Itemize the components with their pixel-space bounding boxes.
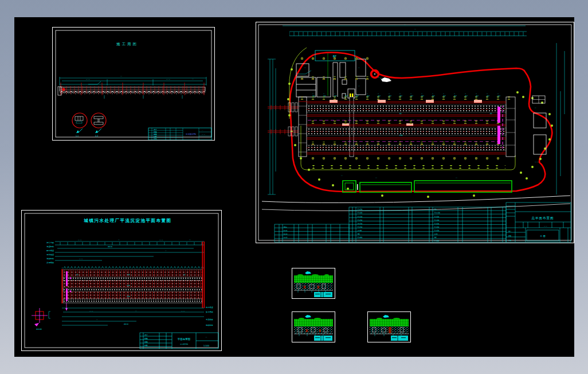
siteplan-title: 总平面布置图	[531, 216, 554, 220]
svg-text:···: ···	[304, 67, 306, 69]
svg-text:···: ···	[508, 208, 510, 209]
svg-text:150: 150	[127, 274, 130, 276]
svg-text:集水槽底: 集水槽底	[206, 311, 214, 313]
svg-text:J=0: J=0	[434, 233, 437, 235]
svg-text:···: ···	[96, 318, 98, 321]
svg-text:···: ···	[192, 78, 194, 80]
tankplan-top-dimensions	[55, 241, 204, 260]
tankplan-top-dim-texts: — — ··· — — ··· 28.00 ··· — —	[78, 239, 191, 260]
svg-text:审核: 审核	[508, 239, 512, 241]
tank-plan-body: 150 150 150 A1 A1	[62, 241, 205, 311]
datum-label: ±0.00	[36, 328, 42, 330]
cloud-symbol	[305, 315, 311, 318]
svg-text:150: 150	[127, 295, 130, 298]
svg-text:A1: A1	[76, 274, 79, 276]
svg-text:走道板面: 走道板面	[206, 318, 213, 321]
svg-text:设计: 设计	[144, 334, 148, 336]
sheet-d1-section	[292, 268, 335, 299]
svg-text:A1: A1	[183, 274, 186, 276]
svg-text:设计水面: 设计水面	[46, 241, 54, 244]
section-sketch	[370, 315, 409, 341]
svg-text:F=60: F=60	[434, 240, 439, 242]
sheet-d2-drawing	[292, 312, 335, 342]
svg-text:···: ···	[342, 134, 344, 137]
datum-symbol: ±0.00	[32, 308, 50, 330]
svg-text:— —: — —	[535, 161, 539, 163]
sheet-a-title-block: 设计 校核 审核 制图 日期 ××设计院 ··· — —	[148, 128, 211, 140]
dark-red-column	[389, 327, 391, 333]
svg-text:F=50: F=50	[358, 208, 362, 211]
svg-text:F=50: F=50	[434, 216, 439, 218]
svg-text:F=50: F=50	[358, 226, 362, 228]
svg-text:池顶标高: 池顶标高	[46, 246, 54, 248]
svg-text:— —: — —	[86, 78, 90, 80]
svg-text:导流墙顶: 导流墙顶	[46, 254, 54, 256]
svg-text:日期: 日期	[154, 138, 157, 140]
svg-text:···: ···	[189, 239, 191, 241]
svg-text:— —: — —	[181, 310, 185, 312]
tankplan-right-labels: 出水槽顶 集水槽底 走道板面 池底标高	[206, 306, 214, 326]
detail-label-1: 1-1	[76, 135, 79, 137]
svg-text:— —: — —	[89, 310, 93, 312]
right-side-structures: ··· — —	[532, 96, 546, 163]
svg-text:配水槽顶: 配水槽顶	[46, 250, 54, 252]
svg-text:k=4: k=4	[284, 229, 287, 232]
svg-text:P=50: P=50	[358, 223, 362, 225]
svg-text:— —: — —	[79, 258, 83, 260]
svg-text:— —: — —	[159, 239, 163, 241]
svg-text:···: ···	[375, 177, 377, 179]
svg-text:工 图: 工 图	[540, 235, 545, 237]
cloud-symbol	[383, 315, 389, 318]
siteplan-side-dimensions	[268, 43, 565, 194]
sheet-c-tank-plan: 城镇污水处理厂平流沉淀池平面布置图 — — ··· — — ··· 28.00 …	[21, 210, 222, 351]
svg-text:b=4: b=4	[284, 233, 287, 235]
svg-text:···: ···	[118, 239, 120, 241]
sheet-d3-drawing	[368, 312, 410, 342]
tankplan-title-block: 设计 校核 审核 制图 平面布置图 ××设计院 ··· 1:100	[140, 333, 218, 349]
mini-title-block	[314, 336, 332, 341]
svg-text:F=50: F=50	[434, 229, 439, 232]
svg-text:池底标高: 池底标高	[46, 258, 54, 260]
sheet-b-siteplan: ··· ···	[256, 22, 574, 243]
siteplan-top-dimensions	[283, 26, 527, 36]
drawing-canvas: 施工用图 — — ··· — — ···	[14, 17, 574, 357]
svg-text:Mru: Mru	[284, 226, 287, 228]
sheet-a-title-group: 施工用图	[116, 42, 138, 46]
sheet-d1-drawing	[292, 268, 335, 298]
svg-text:F=30: F=30	[358, 216, 362, 218]
svg-text:制图: 制图	[144, 344, 148, 346]
svg-text:F=40: F=40	[358, 212, 362, 214]
svg-text:出水槽顶: 出水槽顶	[206, 306, 214, 309]
svg-text:···: ···	[508, 204, 510, 206]
svg-text:···: ···	[519, 225, 520, 227]
svg-text:设计: 设计	[508, 230, 512, 232]
material-table	[349, 207, 506, 242]
sedimentation-tanks: A1 A1 150 ···	[268, 94, 515, 161]
sheet-a-drawing: 施工用图 — — ··· — — ···	[53, 28, 214, 140]
svg-text:F=50: F=50	[434, 223, 439, 225]
sludge-pump-symbol	[497, 107, 500, 123]
tankplan-scale: 1:100	[203, 345, 209, 347]
sludge-pump-symbol	[497, 126, 500, 144]
svg-text:···: ···	[414, 28, 416, 30]
mini-title-block	[314, 292, 332, 297]
svg-text:BC: BC	[358, 233, 360, 235]
svg-text:J=40: J=40	[357, 229, 362, 232]
siteplan-title-block: 总平面布置图 ··· — — 工 图 设计 校核 审核 ··· ···	[506, 202, 571, 242]
shrub-row	[311, 165, 505, 169]
svg-text:···: ···	[341, 174, 343, 177]
svg-text:池底标高: 池底标高	[206, 324, 213, 326]
svg-text:···: ···	[135, 310, 137, 312]
section-sketch	[294, 271, 333, 297]
beam-end-marker	[62, 88, 65, 91]
sheet-d2-section	[292, 311, 335, 342]
cloud-symbol	[305, 271, 311, 274]
svg-text:— —: — —	[78, 239, 82, 241]
svg-text:F=50: F=50	[434, 226, 439, 228]
weir-marks-row	[62, 266, 204, 269]
svg-text:F=60: F=60	[358, 236, 362, 239]
svg-text:Fx=4b: Fx=4b	[434, 212, 440, 214]
tankplan-sheet-name: 平面布置图	[178, 338, 191, 341]
mini-title-block	[391, 336, 408, 341]
sheet-a-title: 施工用图	[116, 42, 138, 46]
